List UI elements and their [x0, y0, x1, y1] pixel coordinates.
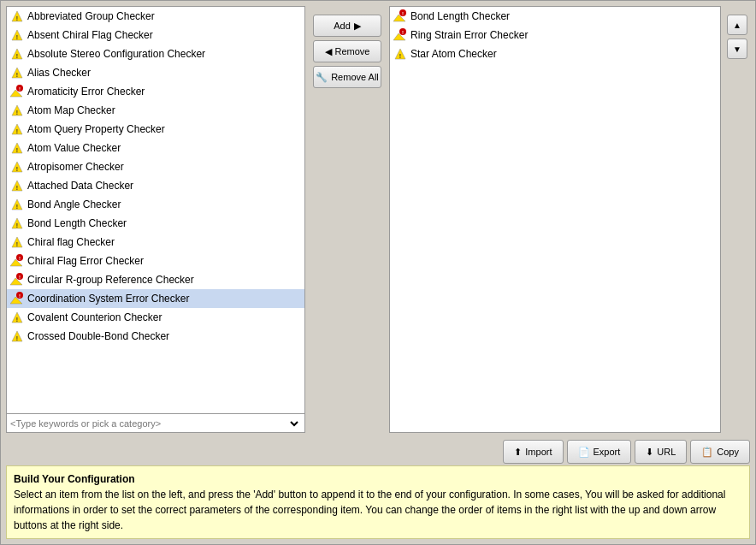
add-icon: ▶ [354, 21, 361, 32]
left-list-item[interactable]: ! Attached Data Checker [7, 176, 304, 195]
list-item-label: Abbreviated Group Checker [27, 10, 155, 22]
left-list-item[interactable]: ! Aromaticity Error Checker [7, 82, 304, 101]
list-item-label: Covalent Counterion Checker [27, 311, 162, 323]
right-panel: ! Bond Length Checker ! Ring Strain Erro… [389, 6, 721, 433]
list-item-label: Atom Value Checker [27, 142, 121, 154]
left-list-item[interactable]: ! Atropisomer Checker [7, 157, 304, 176]
svg-text:!: ! [19, 256, 21, 261]
list-item-label: Bond Length Checker [27, 217, 127, 229]
svg-text:!: ! [19, 293, 21, 299]
item-icon: ! [10, 141, 24, 155]
item-icon: ! [393, 9, 407, 23]
list-item-label: Attached Data Checker [27, 180, 133, 192]
item-icon: ! [10, 28, 24, 42]
list-item-label: Coordination System Error Checker [27, 293, 189, 305]
import-icon: ⬆ [514, 447, 522, 458]
left-list-scroll[interactable]: ! Abbreviated Group Checker ! Absent Chi… [7, 7, 304, 413]
item-icon: ! [10, 104, 24, 117]
info-panel: Build Your Configuration Select an item … [6, 465, 750, 539]
list-item-label: Atom Query Property Checker [27, 123, 165, 135]
right-list-item[interactable]: ! Ring Strain Error Checker [390, 26, 720, 44]
export-icon: 📄 [578, 447, 590, 458]
import-label: Import [525, 447, 552, 457]
import-button[interactable]: ⬆ Import [503, 440, 563, 464]
right-list-item[interactable]: ! Star Atom Checker [390, 44, 720, 63]
svg-text:!: ! [16, 335, 18, 341]
item-icon: ! [10, 216, 24, 230]
list-item-label: Atropisomer Checker [27, 161, 124, 173]
bottom-action-row: ⬆ Import 📄 Export ⬇ URL 📋 Copy [1, 438, 755, 465]
left-list-item[interactable]: ! Absent Chiral Flag Checker [7, 26, 304, 44]
svg-text:!: ! [399, 53, 401, 59]
arrow-up-button[interactable]: ▲ [727, 15, 747, 35]
svg-text:!: ! [16, 128, 18, 134]
middle-panel: Add ▶ ◀ Remove 🔧 Remove All [309, 6, 386, 433]
list-item-label: Crossed Double-Bond Checker [27, 330, 169, 342]
left-list-item[interactable]: ! Atom Query Property Checker [7, 120, 304, 139]
copy-button[interactable]: 📋 Copy [690, 440, 750, 464]
item-icon: ! [10, 329, 24, 343]
search-input[interactable] [10, 418, 284, 429]
list-item-label: Bond Length Checker [410, 10, 510, 22]
main-container: ! Abbreviated Group Checker ! Absent Chi… [0, 0, 756, 545]
url-icon: ⬇ [646, 447, 653, 458]
left-panel: ! Abbreviated Group Checker ! Absent Chi… [6, 6, 305, 433]
right-list-item[interactable]: ! Bond Length Checker [390, 7, 720, 26]
list-item-label: Absolute Stereo Configuration Checker [27, 48, 205, 60]
svg-text:!: ! [16, 72, 18, 78]
svg-text:!: ! [16, 204, 18, 210]
remove-button[interactable]: ◀ Remove [313, 40, 381, 62]
remove-all-icon: 🔧 [316, 72, 328, 83]
export-button[interactable]: 📄 Export [567, 440, 632, 464]
svg-text:!: ! [16, 241, 18, 247]
svg-text:!: ! [16, 166, 18, 172]
svg-text:!: ! [16, 147, 18, 153]
right-list[interactable]: ! Bond Length Checker ! Ring Strain Erro… [389, 6, 721, 433]
list-item-label: Chiral flag Checker [27, 236, 115, 248]
list-item-label: Star Atom Checker [410, 48, 497, 60]
svg-text:!: ! [19, 275, 21, 280]
left-list-item[interactable]: ! Atom Value Checker [7, 139, 304, 157]
list-item-label: Bond Angle Checker [27, 198, 121, 210]
arrow-up-icon: ▲ [733, 21, 741, 30]
svg-text:!: ! [16, 53, 18, 59]
item-icon: ! [10, 122, 24, 136]
remove-all-button[interactable]: 🔧 Remove All [313, 66, 381, 88]
left-list-item[interactable]: ! Abbreviated Group Checker [7, 7, 304, 26]
left-list-item[interactable]: ! Circular R-group Reference Checker [7, 270, 304, 289]
left-list-item[interactable]: ! Crossed Double-Bond Checker [7, 327, 304, 346]
item-icon: ! [10, 198, 24, 211]
left-list-item[interactable]: ! Bond Length Checker [7, 214, 304, 233]
list-item-label: Alias Checker [27, 67, 91, 79]
left-list-item[interactable]: ! Absolute Stereo Configuration Checker [7, 44, 304, 63]
top-panel: ! Abbreviated Group Checker ! Absent Chi… [1, 1, 755, 438]
url-button[interactable]: ⬇ URL [635, 440, 687, 464]
export-label: Export [594, 447, 621, 457]
item-icon: ! [10, 179, 24, 193]
list-item-label: Ring Strain Error Checker [410, 29, 528, 41]
info-body: Select an item from the list on the left… [14, 489, 725, 531]
left-list-item[interactable]: ! Chiral Flag Error Checker [7, 252, 304, 270]
arrow-down-icon: ▼ [733, 44, 741, 54]
item-icon: ! [10, 66, 24, 80]
info-title: Build Your Configuration [14, 473, 135, 485]
remove-label: Remove [335, 46, 370, 56]
left-list-item[interactable]: ! Covalent Counterion Checker [7, 308, 304, 327]
item-icon: ! [10, 9, 24, 23]
add-label: Add [334, 21, 351, 31]
add-button[interactable]: Add ▶ [313, 15, 381, 37]
left-list-item[interactable]: ! Coordination System Error Checker [7, 289, 304, 308]
category-select[interactable] [284, 418, 301, 429]
list-item-label: Circular R-group Reference Checker [27, 274, 194, 286]
list-item-label: Aromaticity Error Checker [27, 86, 145, 98]
item-icon: ! [10, 292, 24, 305]
svg-text:!: ! [16, 185, 18, 191]
left-list-item[interactable]: ! Chiral flag Checker [7, 233, 304, 252]
item-icon: ! [10, 85, 24, 98]
left-list-item[interactable]: ! Atom Map Checker [7, 101, 304, 120]
arrow-down-button[interactable]: ▼ [727, 39, 747, 59]
left-list-item[interactable]: ! Alias Checker [7, 63, 304, 82]
item-icon: ! [393, 47, 407, 61]
svg-text:!: ! [402, 11, 404, 16]
left-list-item[interactable]: ! Bond Angle Checker [7, 195, 304, 214]
